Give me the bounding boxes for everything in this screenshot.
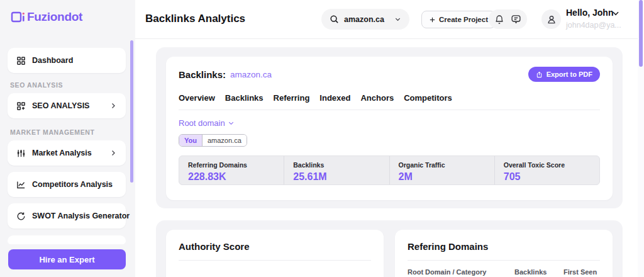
- dashboard-grid-icon: [16, 56, 26, 65]
- stat-label: Referring Domains: [188, 161, 284, 169]
- line-chart-icon: [16, 180, 26, 189]
- column-backlinks: Backlinks: [514, 268, 564, 276]
- tab-indexed[interactable]: Indexed: [319, 93, 350, 103]
- user-greeting[interactable]: Hello, John: [566, 8, 613, 18]
- chip-you-label: You: [179, 135, 203, 146]
- hire-expert-button[interactable]: Hire an Expert: [8, 249, 126, 269]
- candlestick-chart-icon: [16, 149, 26, 158]
- main-content: Backlinks: amazon.ca Export to PDF Overv…: [135, 39, 644, 277]
- create-project-button[interactable]: Create Project: [421, 11, 496, 28]
- export-pdf-button[interactable]: Export to PDF: [528, 67, 600, 82]
- seo-grid-icon: [16, 101, 26, 111]
- stat-label: Overall Toxic Score: [504, 161, 599, 169]
- referring-table-header: Root Domain / Category Backlinks First S…: [408, 268, 600, 276]
- page-scrollbar-track[interactable]: [638, 0, 644, 277]
- you-domain-chip[interactable]: You amazon.ca: [179, 134, 247, 147]
- sidebar-item-label: SEO ANALYSIS: [32, 101, 89, 110]
- column-root-domain: Root Domain / Category: [408, 268, 514, 276]
- backlinks-panel: Backlinks: amazon.ca Export to PDF Overv…: [156, 47, 623, 208]
- export-icon: [536, 71, 543, 78]
- stat-label: Organic Traffic: [399, 161, 494, 169]
- user-avatar[interactable]: [541, 9, 561, 29]
- page-scrollbar-thumb[interactable]: [639, 0, 643, 67]
- stat-referring-domains: Referring Domains 228.83K: [179, 156, 284, 184]
- root-domain-label: Root domain: [179, 118, 225, 128]
- chip-domain-label: amazon.ca: [203, 135, 247, 146]
- stat-value: 25.61M: [293, 171, 389, 183]
- stat-organic-traffic: Organic Traffic 2M: [389, 156, 494, 184]
- backlinks-tabs: Overview Backlinks Referring Indexed Anc…: [179, 93, 600, 110]
- search-domain-value: amazon.ca: [344, 15, 384, 24]
- sidebar-item-swot-generator[interactable]: SWOT Analysis Generator: [8, 203, 126, 229]
- user-email: john4dap@ya...: [566, 21, 621, 30]
- page-title: Backlinks Analytics: [145, 13, 245, 25]
- sidebar-item-market-analysis[interactable]: Market Analysis: [8, 140, 126, 166]
- plus-icon: [429, 16, 436, 23]
- refresh-icon: [16, 212, 26, 221]
- lower-panels: Authority Score Refering Domains Root Do…: [156, 220, 623, 277]
- domain-search-selector[interactable]: amazon.ca: [321, 9, 409, 30]
- stat-label: Backlinks: [293, 161, 389, 169]
- sidebar-item-dashboard[interactable]: Dashboard: [8, 48, 126, 73]
- fuziondot-logo-icon: [10, 9, 25, 25]
- create-project-label: Create Project: [439, 16, 488, 23]
- sidebar: Fuziondot Dashboard SEO ANALYSIS SEO ANA…: [0, 0, 135, 277]
- sidebar-section-seo: SEO ANALYSIS: [10, 81, 63, 89]
- chevron-down-icon[interactable]: [611, 9, 620, 18]
- backlinks-stats-bar: Referring Domains 228.83K Backlinks 25.6…: [179, 155, 600, 185]
- tab-competitors[interactable]: Competitors: [404, 93, 452, 103]
- sidebar-item-label: Market Analysis: [32, 149, 92, 157]
- search-icon: [330, 14, 339, 24]
- divider: [179, 260, 371, 261]
- sidebar-section-market: MARKET MANAGEMENT: [10, 128, 94, 136]
- backlinks-domain-link[interactable]: amazon.ca: [230, 70, 272, 79]
- sidebar-item-label: Dashboard: [32, 56, 73, 65]
- tab-referring[interactable]: Referring: [274, 93, 310, 103]
- divider: [408, 260, 600, 261]
- stat-value: 2M: [399, 171, 494, 183]
- brand-name: Fuziondot: [27, 10, 82, 24]
- stat-value: 705: [504, 171, 599, 183]
- notification-bell-icon[interactable]: [494, 14, 504, 25]
- tab-backlinks[interactable]: Backlinks: [225, 93, 264, 103]
- sidebar-item-competitors-analysis[interactable]: Competitors Analysis: [8, 172, 126, 197]
- sidebar-item-partial[interactable]: [8, 235, 126, 244]
- backlinks-card-header: Backlinks: amazon.ca Export to PDF: [179, 67, 600, 82]
- sidebar-item-label: Competitors Analysis: [32, 180, 113, 189]
- sidebar-item-label: SWOT Analysis Generator: [32, 212, 130, 220]
- messages-icon[interactable]: [511, 14, 521, 25]
- chevron-down-icon: [394, 16, 401, 23]
- top-header: Backlinks Analytics amazon.ca Create Pro…: [135, 0, 644, 39]
- stat-toxic-score: Overall Toxic Score 705: [494, 156, 599, 184]
- sidebar-scrollbar[interactable]: [130, 40, 133, 183]
- root-domain-dropdown[interactable]: Root domain: [179, 118, 235, 128]
- referring-domains-title: Refering Domains: [408, 241, 600, 252]
- backlinks-card: Backlinks: amazon.ca Export to PDF Overv…: [166, 57, 613, 200]
- chevron-right-icon: [109, 102, 117, 110]
- stat-value: 228.83K: [188, 171, 284, 183]
- column-first-seen: First Seen: [564, 268, 600, 276]
- tab-overview[interactable]: Overview: [179, 93, 215, 103]
- stat-backlinks: Backlinks 25.61M: [284, 156, 389, 184]
- header-icons-group: [489, 9, 527, 29]
- chevron-right-icon: [109, 149, 117, 157]
- backlinks-card-title: Backlinks:: [179, 69, 226, 80]
- brand-logo[interactable]: Fuziondot: [10, 9, 82, 25]
- tab-anchors[interactable]: Anchors: [360, 93, 394, 103]
- chevron-down-icon: [228, 120, 235, 127]
- authority-score-card: Authority Score: [166, 230, 384, 277]
- sidebar-item-seo-analysis[interactable]: SEO ANALYSIS: [8, 93, 126, 118]
- referring-domains-card: Refering Domains Root Domain / Category …: [395, 230, 613, 277]
- export-pdf-label: Export to PDF: [547, 71, 592, 78]
- authority-score-title: Authority Score: [179, 241, 371, 252]
